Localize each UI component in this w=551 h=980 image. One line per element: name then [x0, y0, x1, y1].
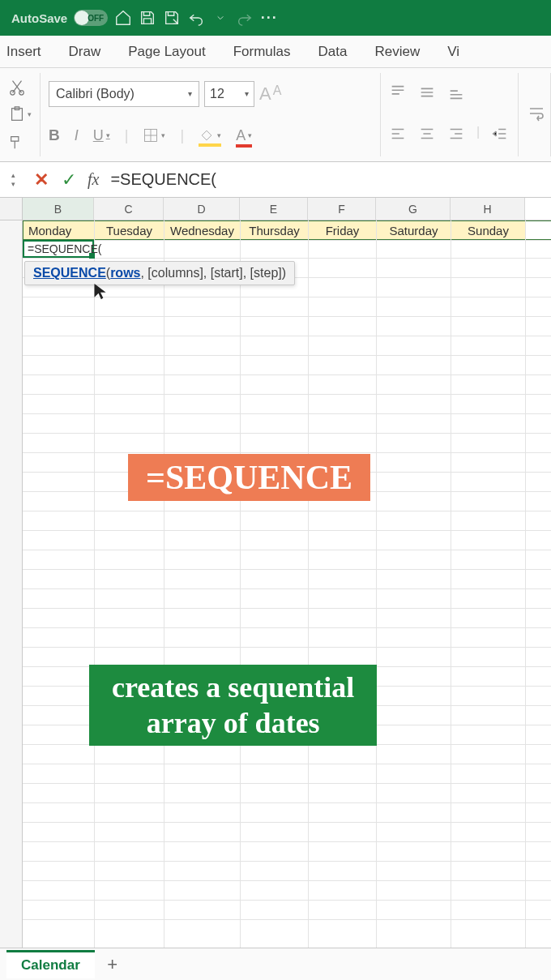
tab-page-layout[interactable]: Page Layout [126, 41, 207, 63]
tab-data[interactable]: Data [317, 41, 349, 63]
active-cell[interactable]: =SEQUENCE( [23, 240, 94, 258]
cursor-icon [92, 282, 109, 305]
tooltip-arg-rows[interactable]: rows [110, 266, 140, 280]
font-name-select[interactable]: Calibri (Body)▾ [49, 81, 199, 107]
namebox-stepper[interactable]: ▴ ▾ [0, 172, 26, 188]
formula-confirm-button[interactable]: ✓ [57, 169, 81, 190]
row-headers[interactable] [0, 220, 23, 948]
wrap-group [519, 73, 551, 156]
undo-dropdown-icon[interactable] [211, 9, 229, 27]
align-right-icon[interactable] [447, 125, 465, 146]
tab-view[interactable]: Vi [446, 41, 461, 63]
save-icon[interactable] [139, 9, 156, 27]
italic-button[interactable]: I [75, 127, 79, 144]
tooltip-fn-link[interactable]: SEQUENCE [33, 266, 106, 280]
namebox-down-icon[interactable]: ▾ [11, 181, 15, 188]
tab-review[interactable]: Review [373, 41, 421, 63]
day-wednesday: Wednesday [164, 221, 241, 239]
align-top-icon[interactable] [389, 83, 407, 105]
gridlines [23, 220, 551, 948]
day-tuesday: Tuesday [95, 221, 164, 239]
autosave-label: AutoSave [11, 11, 67, 25]
namebox-up-icon[interactable]: ▴ [11, 172, 15, 179]
home-icon[interactable] [114, 9, 132, 27]
font-color-button[interactable]: A▾ [236, 127, 252, 144]
day-friday: Friday [309, 221, 377, 239]
align-left-icon[interactable] [389, 125, 407, 146]
select-all-corner[interactable] [0, 198, 23, 220]
col-header-h[interactable]: H [451, 198, 525, 220]
day-sunday: Sunday [451, 221, 526, 239]
save-as-icon[interactable] [163, 9, 181, 27]
fill-color-button[interactable]: ▾ [199, 127, 221, 143]
borders-button[interactable]: ▾ [143, 127, 165, 143]
col-header-g[interactable]: G [376, 198, 451, 220]
col-header-e[interactable]: E [240, 198, 308, 220]
underline-button[interactable]: U▾ [93, 127, 110, 144]
ribbon-tabs: Insert Draw Page Layout Formulas Data Re… [0, 36, 551, 68]
tooltip-args-rest: , [columns], [start], [step]) [140, 266, 286, 280]
align-center-icon[interactable] [418, 125, 436, 146]
fill-handle[interactable] [89, 253, 95, 259]
title-bar: AutoSave OFF ··· [0, 0, 551, 36]
paste-icon[interactable]: ▾ [8, 105, 32, 123]
format-painter-icon[interactable] [8, 134, 32, 152]
redo-icon[interactable] [236, 9, 254, 27]
font-group: Calibri (Body)▾ 12▾ AA B I U▾ | ▾ | ▾ [41, 73, 381, 156]
day-thursday: Thursday [241, 221, 309, 239]
font-size-select[interactable]: 12▾ [204, 81, 254, 107]
formula-cancel-button[interactable]: ✕ [26, 169, 57, 190]
column-headers: B C D E F G H [0, 198, 551, 220]
worksheet[interactable]: Monday Tuesday Wednesday Thursday Friday… [0, 220, 551, 948]
ribbon: ▾ Calibri (Body)▾ 12▾ AA B I U▾ | [0, 68, 551, 162]
sheet-tab-calendar[interactable]: Calendar [6, 950, 95, 978]
day-monday: Monday [23, 221, 95, 239]
function-tooltip[interactable]: SEQUENCE(rows, [columns], [start], [step… [24, 261, 295, 285]
font-grow-shrink[interactable]: AA [259, 83, 281, 105]
col-header-c[interactable]: C [94, 198, 164, 220]
formula-bar: ▴ ▾ ✕ ✓ fx =SEQUENCE( [0, 162, 551, 198]
add-sheet-button[interactable]: + [101, 953, 124, 976]
col-header-b[interactable]: B [23, 198, 94, 220]
formula-input[interactable]: =SEQUENCE( [105, 170, 551, 189]
autosave-toggle[interactable]: OFF [74, 10, 108, 26]
undo-icon[interactable] [187, 9, 205, 27]
day-saturday: Saturday [377, 221, 451, 239]
svg-point-0 [11, 91, 15, 96]
tab-insert[interactable]: Insert [5, 41, 43, 63]
tab-formulas[interactable]: Formulas [232, 41, 293, 63]
day-header-row: Monday Tuesday Wednesday Thursday Friday… [23, 220, 551, 240]
overlay-formula-banner: =SEQUENCE [128, 454, 370, 501]
overlay-caption-banner: creates a sequential array of dates [89, 665, 377, 746]
align-bottom-icon[interactable] [447, 83, 465, 105]
align-middle-icon[interactable] [418, 83, 436, 105]
col-header-d[interactable]: D [164, 198, 240, 220]
indent-decrease-icon[interactable] [491, 125, 509, 146]
clipboard-group: ▾ [0, 73, 41, 156]
more-icon[interactable]: ··· [260, 9, 278, 27]
bold-button[interactable]: B [49, 126, 60, 144]
col-header-f[interactable]: F [308, 198, 376, 220]
wrap-text-icon[interactable] [527, 104, 542, 126]
svg-point-1 [19, 91, 24, 96]
alignment-group: | [381, 73, 519, 156]
tab-draw[interactable]: Draw [67, 41, 103, 63]
fx-icon[interactable]: fx [81, 170, 105, 189]
cut-icon[interactable] [8, 78, 32, 96]
sheet-tab-bar: Calendar + [0, 948, 551, 980]
